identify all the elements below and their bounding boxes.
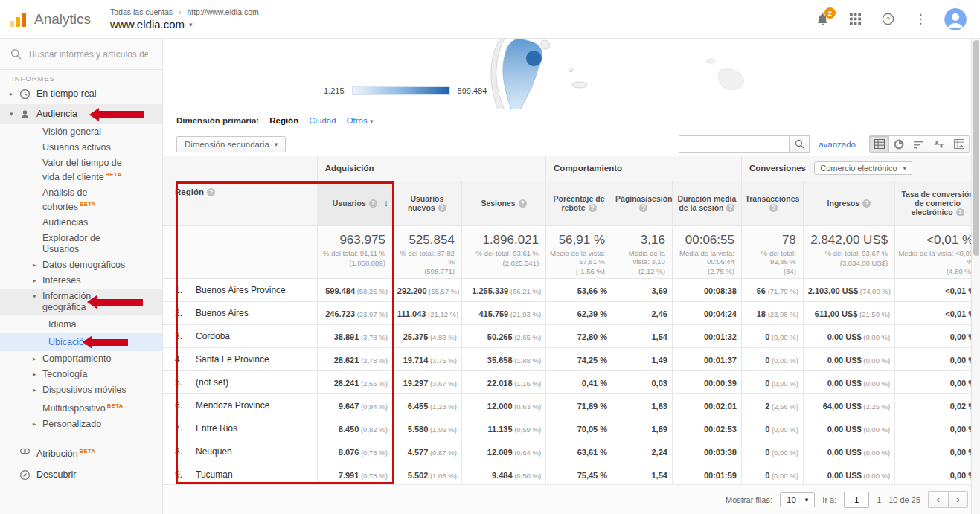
account-selector[interactable]: www.eldia.com ▾ <box>110 18 259 30</box>
sidebar-item-audiencias[interactable]: Audiencias <box>0 215 162 231</box>
apps-grid-button[interactable] <box>846 10 864 28</box>
vertical-scrollbar[interactable] <box>971 39 980 514</box>
sidebar-item-tecnologia[interactable]: ▸Tecnología <box>0 367 162 382</box>
help-icon[interactable]: ? <box>519 199 527 208</box>
dimension-option-region[interactable]: Región <box>269 116 298 125</box>
column-header-transacciones[interactable]: Transacciones? <box>741 181 803 225</box>
region-name[interactable]: Buenos Aires <box>196 308 249 318</box>
region-column-header[interactable]: Región? <box>163 156 317 225</box>
table-row[interactable]: 2.Buenos Aires246.723 (23,97 %)111.043 (… <box>163 301 980 324</box>
table-row[interactable]: 8.Neuquen8.076 (0,78 %)4.577 (0,87 %)12.… <box>163 440 980 463</box>
help-icon[interactable]: ? <box>862 199 871 208</box>
column-header-porcentaje-rebote[interactable]: Porcentaje de rebote? <box>546 181 612 225</box>
region-name[interactable]: Santa Fe Province <box>196 354 269 364</box>
help-icon[interactable]: ? <box>639 204 647 212</box>
region-cell[interactable]: 6.Mendoza Province <box>163 393 317 417</box>
chevron-right-icon[interactable]: ▸ <box>33 385 42 396</box>
column-header-sesiones[interactable]: Sesiones? <box>461 181 545 225</box>
chevron-right-icon[interactable]: ▸ <box>33 353 42 364</box>
column-header-tasa-conversion[interactable]: Tasa de conversión de comercio electróni… <box>895 181 980 225</box>
help-icon[interactable]: ? <box>369 199 377 208</box>
help-icon[interactable]: ? <box>207 188 215 196</box>
region-name[interactable]: Neuquen <box>196 446 232 457</box>
secondary-dimension-button[interactable]: Dimensión secundaria ▾ <box>176 136 286 152</box>
breadcrumb-root[interactable]: Todas las cuentas <box>110 7 173 16</box>
map-region-uruguay[interactable] <box>541 40 550 49</box>
column-header-paginas-sesion[interactable]: Páginas/sesión? <box>612 181 673 225</box>
sidebar-item-valor-del-tiempo-de-vida-del-cliente[interactable]: Valor del tiempo de vida del clienteBETA <box>0 155 162 185</box>
sidebar-item-ubicacion[interactable]: Ubicación <box>0 333 162 351</box>
region-cell[interactable]: 1.Buenos Aires Province <box>163 278 317 301</box>
table-row[interactable]: 1.Buenos Aires Province599.484 (58,25 %)… <box>163 278 980 301</box>
rows-per-page-select[interactable]: 10▾ <box>780 492 815 507</box>
help-icon[interactable]: ? <box>726 204 734 212</box>
breadcrumb[interactable]: Todas las cuentas › http://www.eldia.com <box>110 7 259 16</box>
sidebar-item-dispositivos-moviles[interactable]: ▸Dispositivos móviles <box>0 382 162 398</box>
view-percentage-button[interactable] <box>889 135 909 153</box>
scrollbar-thumb[interactable] <box>973 40 979 256</box>
conversion-type-select[interactable]: Comercio electrónico▾ <box>814 161 912 175</box>
region-name[interactable]: Mendoza Province <box>196 400 269 411</box>
chevron-right-icon[interactable]: ▸ <box>10 89 19 100</box>
sidebar-item-vision-general[interactable]: Visión general <box>0 124 162 140</box>
help-button[interactable]: ? <box>879 10 897 28</box>
goto-page-input[interactable] <box>844 492 869 508</box>
sidebar-item-comportamiento[interactable]: ▸Comportamiento <box>0 351 162 367</box>
table-row[interactable]: 5.(not set)26.241 (2,55 %)19.297 (3,67 %… <box>163 370 980 393</box>
world-map[interactable] <box>163 39 971 109</box>
column-header-usuarios[interactable]: Usuarios?↓ <box>317 181 392 225</box>
more-options-button[interactable]: ⋮ <box>912 10 929 28</box>
avatar[interactable] <box>944 8 967 30</box>
region-cell[interactable]: 4.Santa Fe Province <box>163 347 317 370</box>
table-search-button[interactable] <box>789 135 810 153</box>
chevron-right-icon[interactable]: ▸ <box>33 275 42 286</box>
view-table-button[interactable] <box>869 135 889 153</box>
sidebar-search[interactable] <box>0 39 162 70</box>
sidebar-item-idioma[interactable]: Idioma <box>0 315 162 333</box>
sidebar-item-atribucion[interactable]: AtribuciónBETA <box>0 441 162 464</box>
region-cell[interactable]: 7.Entre Rios <box>163 417 317 440</box>
table-row[interactable]: 7.Entre Rios8.450 (0,82 %)5.580 (1,06 %)… <box>163 417 980 440</box>
region-cell[interactable]: 9.Tucuman <box>163 463 317 484</box>
dimension-option-ciudad[interactable]: Ciudad <box>309 116 336 125</box>
column-header-ingresos[interactable]: Ingresos? <box>803 181 894 225</box>
sidebar-item-descubrir[interactable]: Descubrir <box>0 465 162 485</box>
dimension-option-otros[interactable]: Otros ▾ <box>347 116 374 125</box>
region-name[interactable]: Tucuman <box>196 469 233 480</box>
chevron-right-icon[interactable]: ▸ <box>33 419 42 430</box>
help-icon[interactable]: ? <box>438 204 446 212</box>
sidebar-item-multidispositivo[interactable]: MultidispositivoBETA <box>0 398 162 417</box>
chevron-down-icon[interactable]: ▾ <box>33 291 42 302</box>
table-row[interactable]: 4.Santa Fe Province28.621 (2,78 %)19.714… <box>163 347 980 370</box>
column-header-duracion-media[interactable]: Duración media de la sesión? <box>672 181 741 225</box>
view-comparison-button[interactable] <box>929 135 949 153</box>
sidebar-item-analisis-de-cohortes[interactable]: Análisis de cohortesBETA <box>0 185 162 215</box>
sidebar-item-explorador-de-usuarios[interactable]: Explorador de Usuarios <box>0 231 162 257</box>
sidebar-item-datos-demograficos[interactable]: ▸Datos demográficos <box>0 257 162 273</box>
sidebar-item-intereses[interactable]: ▸Intereses <box>0 273 162 289</box>
region-name[interactable]: Buenos Aires Province <box>196 285 286 295</box>
prev-page-button[interactable]: ‹ <box>928 491 948 508</box>
breadcrumb-property[interactable]: http://www.eldia.com <box>187 7 258 16</box>
map-region-argentina[interactable] <box>503 39 542 109</box>
chevron-down-icon[interactable]: ▾ <box>10 109 19 120</box>
search-input[interactable] <box>29 49 148 60</box>
region-cell[interactable]: 8.Neuquen <box>163 440 317 463</box>
chevron-right-icon[interactable]: ▸ <box>33 369 42 380</box>
table-row[interactable]: 9.Tucuman7.991 (0,78 %)5.502 (1,05 %)9.4… <box>163 463 980 484</box>
table-row[interactable]: 6.Mendoza Province9.647 (0,94 %)6.455 (1… <box>163 393 980 417</box>
column-header-usuarios-nuevos[interactable]: Usuarios nuevos? <box>392 181 461 225</box>
region-name[interactable]: Cordoba <box>196 331 230 341</box>
region-cell[interactable]: 5.(not set) <box>163 370 317 393</box>
table-search-input[interactable] <box>679 135 789 153</box>
region-cell[interactable]: 2.Buenos Aires <box>163 301 317 324</box>
help-icon[interactable]: ? <box>956 208 964 216</box>
sidebar-item-usuarios-activos[interactable]: Usuarios activos <box>0 140 162 155</box>
view-pivot-button[interactable] <box>949 135 970 153</box>
sidebar-item-personalizado[interactable]: ▸Personalizado <box>0 417 162 432</box>
view-performance-button[interactable] <box>909 135 929 153</box>
region-cell[interactable]: 3.Cordoba <box>163 324 317 347</box>
table-row[interactable]: 3.Cordoba38.891 (3,78 %)25.375 (4,83 %)5… <box>163 324 980 347</box>
analytics-logo-icon[interactable] <box>9 10 28 28</box>
next-page-button[interactable]: › <box>948 491 968 508</box>
